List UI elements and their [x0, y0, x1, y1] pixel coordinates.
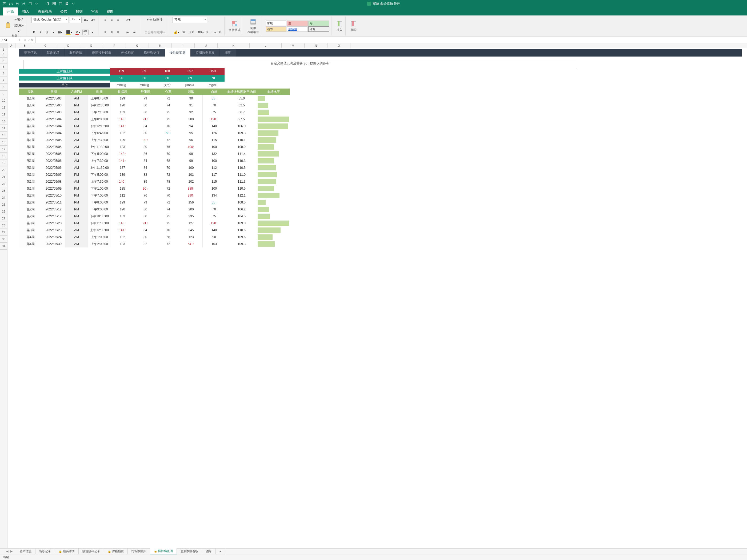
menu-tab-1[interactable]: 插入	[18, 7, 34, 16]
col-D[interactable]: D	[57, 43, 80, 48]
redo-icon[interactable]	[21, 1, 26, 6]
sheet-tab[interactable]: 🔒体检档案	[104, 548, 128, 554]
border-button[interactable]: ⊞▾	[57, 30, 63, 35]
nav-tab-6[interactable]: 慢性病监测	[165, 49, 190, 56]
row-17[interactable]: 17	[0, 146, 7, 153]
sheet-tab[interactable]: 基本信息	[16, 548, 35, 554]
nav-tab-1[interactable]: 就诊记录	[42, 49, 64, 56]
nav-tab-5[interactable]: 指标数据库	[139, 49, 164, 56]
col-C[interactable]: C	[34, 43, 57, 48]
row-21[interactable]: 21	[0, 173, 7, 180]
cond-format-group[interactable]: 条件格式	[227, 17, 243, 35]
align-left-button[interactable]: ≡	[103, 30, 108, 35]
style-neutral[interactable]: 适中	[266, 26, 286, 32]
number-format-select[interactable]: 常规	[173, 17, 207, 23]
align-top-button[interactable]: ≡	[103, 17, 108, 22]
add-sheet-button[interactable]: +	[216, 549, 225, 554]
style-calc[interactable]: 计算	[308, 26, 329, 32]
row-22[interactable]: 22	[0, 180, 7, 187]
page-icon[interactable]	[28, 1, 32, 6]
cut-button[interactable]: ✂ 剪切	[13, 17, 25, 22]
col-J[interactable]: J	[195, 43, 217, 48]
comma-button[interactable]: 000	[188, 30, 195, 35]
menu-tab-4[interactable]: 数据	[72, 7, 87, 16]
nav-tab-8[interactable]: 图库	[220, 49, 236, 56]
font-name-select[interactable]: 等线 Regular (正文)	[31, 17, 69, 23]
underline-button[interactable]: U	[44, 30, 50, 35]
row-16[interactable]: 16	[0, 139, 7, 146]
row-20[interactable]: 20	[0, 167, 7, 173]
row-23[interactable]: 23	[0, 187, 7, 194]
copy-button[interactable]: ⎘ 复制 ▾	[13, 23, 25, 28]
merge-button[interactable]: ⊡ 合并后居中 ▾	[144, 30, 166, 35]
select-all-corner[interactable]	[0, 43, 7, 48]
sheet-tab[interactable]: 🔒服药详情	[55, 548, 79, 554]
fx-icon[interactable]: fx	[31, 38, 33, 42]
col-B[interactable]: B	[16, 43, 34, 48]
brush-button[interactable]: 🖌	[13, 28, 25, 33]
col-G[interactable]: G	[126, 43, 149, 48]
inc-decimal-button[interactable]: .00→.0	[196, 30, 209, 35]
row-6[interactable]: 6	[0, 70, 7, 77]
dec-decimal-button[interactable]: .0→.00	[210, 30, 222, 35]
style-normal[interactable]: 常规	[266, 21, 286, 26]
col-I[interactable]: I	[172, 43, 195, 48]
row-15[interactable]: 15	[0, 132, 7, 139]
row-29[interactable]: 29	[0, 229, 7, 236]
orientation-button[interactable]: ⇗▾	[125, 17, 131, 22]
home-icon[interactable]	[8, 1, 13, 6]
row-8[interactable]: 8	[0, 84, 7, 91]
sheet-tab[interactable]: 指标数据库	[128, 548, 150, 554]
row-14[interactable]: 14	[0, 125, 7, 132]
align-bot-button[interactable]: ≡	[115, 17, 121, 22]
nav-tab-2[interactable]: 服药详情	[65, 49, 87, 56]
nav-tab-4[interactable]: 体检档案	[116, 49, 139, 56]
row-1[interactable]: 1	[0, 48, 7, 51]
col-N[interactable]: N	[305, 43, 328, 48]
indent-dec-button[interactable]: ⇤	[125, 30, 130, 35]
last-sheet-button[interactable]: ▶	[9, 550, 13, 553]
grid-icon[interactable]	[52, 1, 56, 6]
cells-area[interactable]: 基本信息就诊记录服药详情疫苗接种记录体检档案指标数据库慢性病监测监测数据看板图库…	[7, 48, 747, 548]
sheet-tab[interactable]: 监测数据看板	[177, 548, 202, 554]
col-F[interactable]: F	[103, 43, 126, 48]
menu-tab-5[interactable]: 审阅	[87, 7, 102, 16]
col-M[interactable]: M	[282, 43, 305, 48]
confirm-icon[interactable]: ✓	[27, 38, 30, 42]
menu-tab-2[interactable]: 页面布局	[34, 7, 56, 16]
font-size-select[interactable]: 12	[70, 17, 82, 23]
print-icon[interactable]	[65, 1, 69, 6]
more-icon[interactable]	[71, 1, 76, 6]
style-link[interactable]: 超链接	[287, 26, 308, 32]
align-mid-button[interactable]: ≡	[109, 17, 114, 22]
row-30[interactable]: 30	[0, 236, 7, 243]
sheet-tab[interactable]: 就诊记录	[35, 548, 55, 554]
style-bad[interactable]: 差	[287, 21, 308, 26]
nav-tab-7[interactable]: 监测数据看板	[191, 49, 220, 56]
undo-icon[interactable]	[15, 1, 20, 6]
fill-color-button[interactable]: ⬛▾	[65, 30, 73, 35]
row-13[interactable]: 13	[0, 118, 7, 125]
sheet-tab[interactable]: 疫苗接种记录	[79, 548, 104, 554]
row-19[interactable]: 19	[0, 159, 7, 167]
underline-dropdown[interactable]: ▾	[51, 30, 56, 35]
col-O[interactable]: O	[328, 43, 351, 48]
row-27[interactable]: 27	[0, 215, 7, 222]
formula-input[interactable]	[36, 37, 747, 43]
delete-group[interactable]: 删除	[348, 17, 360, 35]
dropdown-icon[interactable]	[34, 1, 39, 6]
italic-button[interactable]: I	[38, 30, 43, 35]
currency-button[interactable]: 💰▾	[173, 30, 180, 35]
col-H[interactable]: H	[149, 43, 172, 48]
sheet-tab[interactable]: 🔒慢性病监测	[150, 548, 177, 554]
indent-inc-button[interactable]: ⇥	[131, 30, 137, 35]
percent-button[interactable]: %	[181, 30, 187, 35]
decrease-font-button[interactable]: A▾	[90, 17, 96, 23]
style-good[interactable]: 好	[308, 21, 329, 26]
align-center-button[interactable]: ≡	[109, 30, 114, 35]
row-2[interactable]: 2	[0, 51, 7, 54]
save2-icon[interactable]	[58, 1, 63, 6]
menu-tab-3[interactable]: 公式	[56, 7, 72, 16]
col-E[interactable]: E	[80, 43, 103, 48]
menu-tab-6[interactable]: 视图	[102, 7, 118, 16]
